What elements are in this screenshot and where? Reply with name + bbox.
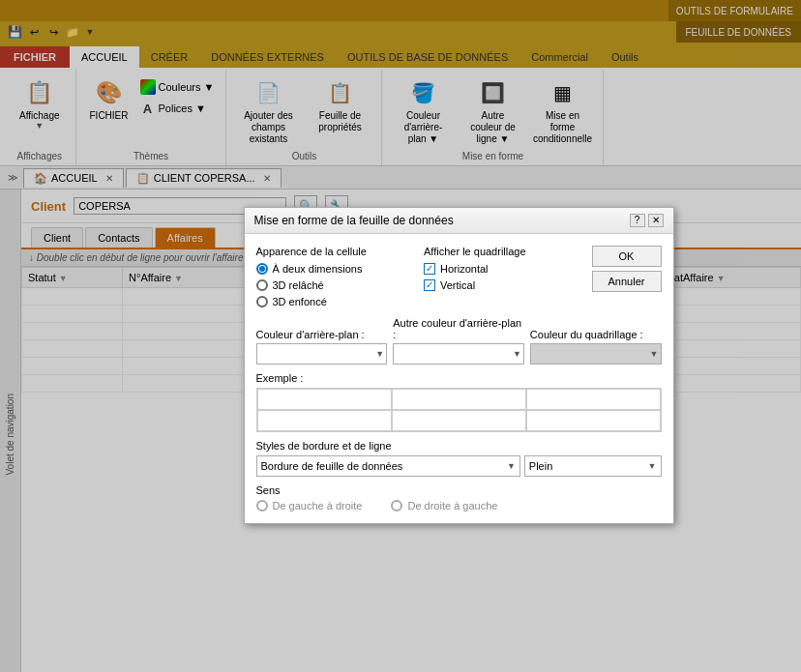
autre-couleur-label: Autre couleur d'arrière-plan : <box>393 317 524 340</box>
modal-title-bar: Mise en forme de la feuille de données ?… <box>245 208 673 234</box>
couleur-arriere-select[interactable]: ▼ <box>256 343 388 365</box>
exemple-grid <box>256 388 662 432</box>
annuler-button[interactable]: Annuler <box>592 271 662 292</box>
modal-overlay: Mise en forme de la feuille de données ?… <box>0 0 801 672</box>
plein-select[interactable]: Plein ▼ <box>524 455 662 477</box>
radio-gauche-droite[interactable]: De gauche à droite <box>256 500 363 511</box>
autre-couleur-group: Autre couleur d'arrière-plan : ▼ <box>393 317 524 365</box>
modal-close-button[interactable]: ✕ <box>648 214 664 227</box>
modal-dialog: Mise en forme de la feuille de données ?… <box>244 207 674 524</box>
radio-3d-enfonce[interactable]: 3D enfoncé <box>256 296 409 307</box>
autre-couleur-select[interactable]: ▼ <box>393 343 524 365</box>
sens-section: Sens De gauche à droite De droite à gauc… <box>256 484 662 511</box>
checkbox-horizontal[interactable]: ✓ Horizontal <box>424 263 577 275</box>
exemple-label: Exemple : <box>256 372 662 384</box>
couleur-quadrillage-group: Couleur du quadrillage : ▼ <box>530 329 662 365</box>
ok-button[interactable]: OK <box>592 246 662 267</box>
bordure-select[interactable]: Bordure de feuille de données ▼ <box>256 455 520 477</box>
modal-help-button[interactable]: ? <box>630 214 645 227</box>
couleur-quadrillage-select[interactable]: ▼ <box>530 343 662 365</box>
modal-title-text: Mise en forme de la feuille de données <box>254 214 454 227</box>
couleur-arriere-group: Couleur d'arrière-plan : ▼ <box>256 329 388 365</box>
couleur-arriere-label: Couleur d'arrière-plan : <box>256 329 388 340</box>
apparence-section: Apparence de la cellule À deux dimension… <box>256 246 409 307</box>
styles-label: Styles de bordure et de ligne <box>256 440 662 452</box>
sens-label: Sens <box>256 484 662 496</box>
quadrillage-label: Afficher le quadrillage <box>424 246 577 257</box>
radio-2d[interactable]: À deux dimensions <box>256 263 409 275</box>
styles-section: Styles de bordure et de ligne Bordure de… <box>256 440 662 477</box>
modal-buttons: OK Annuler <box>592 246 662 307</box>
radio-3d-relache[interactable]: 3D relâché <box>256 279 409 291</box>
radio-droite-gauche[interactable]: De droite à gauche <box>391 500 497 511</box>
apparence-label: Apparence de la cellule <box>256 246 409 257</box>
couleur-quadrillage-label: Couleur du quadrillage : <box>530 329 662 340</box>
checkbox-vertical[interactable]: ✓ Vertical <box>424 279 577 291</box>
quadrillage-section: Afficher le quadrillage ✓ Horizontal ✓ <box>424 246 577 307</box>
